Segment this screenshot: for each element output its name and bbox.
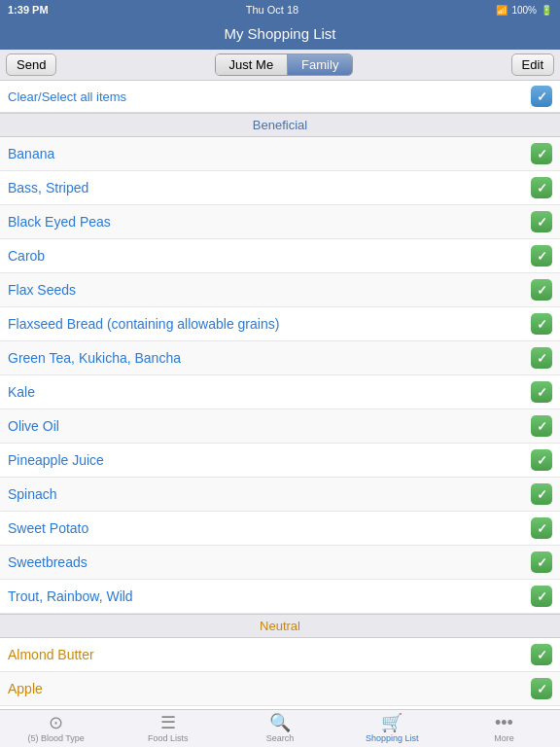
select-all-check[interactable] (531, 86, 552, 107)
list-item: Spinach (0, 478, 560, 512)
item-check-sweetpotato[interactable] (531, 517, 552, 539)
item-label: Trout, Rainbow, Wild (8, 588, 531, 604)
tab-bar: ⊙ (5) Blood Type ☰ Food Lists 🔍 Search 🛒… (0, 709, 560, 747)
item-label: Black Eyed Peas (8, 214, 531, 230)
list-item: Banana (0, 137, 560, 171)
list-item: Pineapple Juice (0, 444, 560, 478)
nav-title: My Shopping List (224, 25, 335, 42)
tab-more[interactable]: ••• More (448, 710, 560, 747)
list-item: Flaxseed Bread (containing allowable gra… (0, 307, 560, 341)
list-item: Almond Butter (0, 638, 560, 672)
list-item: Bass, Striped (0, 171, 560, 205)
item-check-sweetbreads[interactable] (531, 551, 552, 573)
item-check-bass[interactable] (531, 177, 552, 198)
tab-more-label: More (494, 733, 514, 743)
just-me-button[interactable]: Just Me (216, 54, 289, 75)
tab-blood-type[interactable]: ⊙ (5) Blood Type (0, 710, 112, 747)
status-icons: 📶 100% 🔋 (496, 5, 552, 16)
item-label: Spinach (8, 486, 531, 502)
list-item: Green Tea, Kukicha, Bancha (0, 341, 560, 375)
clear-select-link[interactable]: Clear/Select all items (8, 89, 531, 104)
item-label: Banana (8, 146, 531, 161)
tab-food-lists-label: Food Lists (148, 733, 189, 743)
item-check-blackeyedpeas[interactable] (531, 211, 552, 232)
status-time: 1:39 PM (8, 4, 49, 16)
status-bar: 1:39 PM Thu Oct 18 📶 100% 🔋 (0, 0, 560, 19)
section-header-beneficial: Beneficial (0, 113, 560, 137)
item-label: Flaxseed Bread (containing allowable gra… (8, 316, 531, 332)
nav-bar: My Shopping List (0, 19, 560, 50)
list-item: Flax Seeds (0, 273, 560, 307)
search-icon: 🔍 (269, 714, 291, 731)
item-check-spinach[interactable] (531, 483, 552, 505)
item-label: Apple (8, 681, 531, 696)
list-item: Trout, Rainbow, Wild (0, 580, 560, 614)
item-label: Pineapple Juice (8, 452, 531, 468)
send-button[interactable]: Send (6, 53, 56, 76)
item-label: Green Tea, Kukicha, Bancha (8, 350, 531, 366)
food-lists-icon: ☰ (160, 714, 176, 731)
tab-shopping-list-label: Shopping List (366, 733, 419, 743)
item-label: Sweetbreads (8, 554, 531, 570)
edit-button[interactable]: Edit (511, 53, 554, 76)
blood-type-icon: ⊙ (49, 714, 63, 731)
item-check-almondbutter[interactable] (531, 644, 552, 665)
section-header-neutral: Neutral (0, 614, 560, 638)
item-check-flaxseeds[interactable] (531, 279, 552, 301)
tab-blood-type-label: (5) Blood Type (27, 733, 84, 743)
item-label: Flax Seeds (8, 282, 531, 298)
item-label: Carob (8, 248, 531, 264)
list-item: Black Eyed Peas (0, 205, 560, 239)
list-item: Carob (0, 239, 560, 273)
item-check-flaxbread[interactable] (531, 313, 552, 335)
list-item: Kale (0, 375, 560, 409)
family-button[interactable]: Family (288, 54, 352, 75)
item-label: Bass, Striped (8, 180, 531, 196)
item-label: Almond Butter (8, 647, 531, 662)
item-check-carob[interactable] (531, 245, 552, 267)
item-check-pineapple[interactable] (531, 449, 552, 471)
item-check-trout[interactable] (531, 586, 552, 607)
item-label: Sweet Potato (8, 520, 531, 536)
tab-shopping-list[interactable]: 🛒 Shopping List (336, 710, 448, 747)
segment-control: Just Me Family (215, 53, 354, 76)
list-item: Sweet Potato (0, 512, 560, 546)
tab-search-label: Search (266, 733, 295, 743)
clear-select-row: Clear/Select all items (0, 81, 560, 113)
item-check-oliveoil[interactable] (531, 415, 552, 437)
shopping-list-icon: 🛒 (381, 714, 402, 731)
list-item: Olive Oil (0, 409, 560, 444)
status-date: Thu Oct 18 (246, 4, 298, 16)
scroll-area[interactable]: Beneficial Banana Bass, Striped Black Ey… (0, 113, 560, 706)
tab-search[interactable]: 🔍 Search (224, 710, 335, 747)
list-item: Sweetbreads (0, 546, 560, 580)
more-icon: ••• (495, 714, 513, 731)
item-check-apple[interactable] (531, 678, 552, 699)
wifi-icon: 📶 (496, 5, 508, 16)
item-check-kale[interactable] (531, 381, 552, 403)
tab-food-lists[interactable]: ☰ Food Lists (112, 710, 224, 747)
battery-icon: 🔋 (541, 5, 552, 16)
item-label: Kale (8, 384, 531, 400)
list-item: Apple (0, 672, 560, 706)
item-check-banana[interactable] (531, 143, 552, 164)
item-check-greentea[interactable] (531, 347, 552, 369)
toolbar: Send Just Me Family Edit (0, 50, 560, 81)
item-label: Olive Oil (8, 418, 531, 434)
battery-level: 100% (511, 5, 537, 16)
